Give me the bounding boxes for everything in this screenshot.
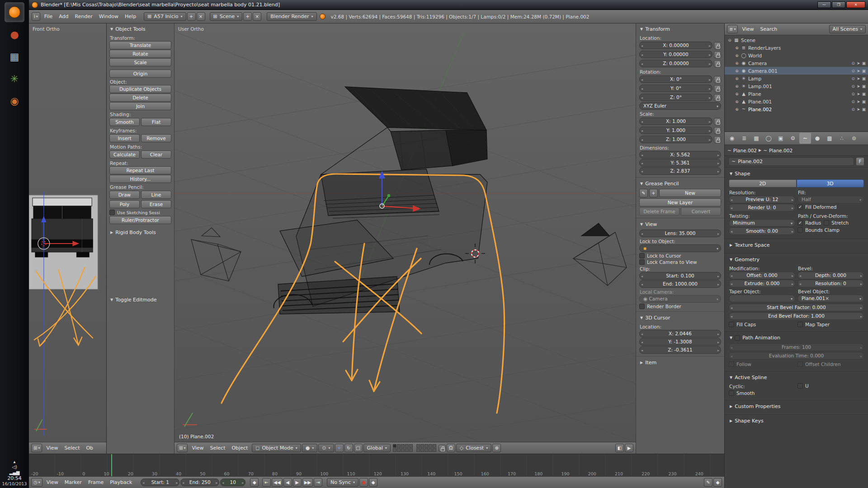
panel-open-icon[interactable]: ▼ <box>640 27 643 31</box>
menu-item[interactable]: Object <box>228 445 251 451</box>
path-frames-field[interactable]: Frames: 100 <box>729 343 864 351</box>
current-frame-field[interactable]: 10 <box>220 479 245 486</box>
titlebar[interactable]: Blender* [E:\Mis Cosas\Trabajo\Blender\s… <box>29 0 868 10</box>
lens-field[interactable]: Lens: 35.000 <box>639 230 721 237</box>
cursor-location-field[interactable]: Y: -1.3008 <box>639 338 721 346</box>
collapse-icon[interactable]: ⊖ <box>727 38 732 42</box>
scale-button[interactable]: Scale <box>109 58 171 66</box>
dimension-field[interactable]: Y: 5.361 <box>639 159 721 167</box>
lock-icon[interactable] <box>714 51 721 58</box>
curve-2d-toggle[interactable]: 2D <box>729 179 797 188</box>
cyclic-u-checkbox[interactable]: U <box>797 383 864 389</box>
auto-keyframe-record-toggle[interactable]: ● <box>359 478 368 487</box>
panel-closed-icon[interactable]: ▶ <box>110 230 113 235</box>
selectable-arrow-icon[interactable]: ➤ <box>857 99 860 104</box>
outliner-row[interactable]: ⊕ ◉ Camera ⊙ ➤ ▣ <box>725 59 868 67</box>
selectable-arrow-icon[interactable]: ➤ <box>857 84 860 89</box>
visibility-eye-icon[interactable]: ⊙ <box>851 99 855 104</box>
keying-options-icon[interactable]: ◆ <box>369 478 377 487</box>
properties-tab[interactable]: ● <box>811 133 823 144</box>
lock-icon[interactable] <box>714 118 721 125</box>
taskbar-app-icon[interactable]: ▦ <box>5 47 24 66</box>
gp-pencil-icon-button[interactable]: ✎ <box>639 189 648 197</box>
outliner-row[interactable]: ⊕ ▲ Plane.001 ⊙ ➤ ▣ <box>725 98 868 105</box>
insert-keyframe-button[interactable]: Insert <box>109 134 140 142</box>
gp-erase-button[interactable]: Erase <box>141 200 171 208</box>
opengl-render-still-button[interactable]: ◧ <box>615 444 624 452</box>
playback-button[interactable]: ◀◀ <box>272 478 282 487</box>
tray-clock[interactable]: 20:54 <box>0 475 29 481</box>
close-button[interactable]: ✕ <box>846 1 865 8</box>
delete-button[interactable]: Delete <box>109 94 171 102</box>
expand-icon[interactable]: ⊕ <box>735 92 739 96</box>
timeline-editor[interactable]: -20-100102030405060708090100110120130140… <box>29 454 724 488</box>
panel-open-icon[interactable]: ▼ <box>730 172 732 176</box>
dimension-field[interactable]: Z: 2.837 <box>639 167 721 175</box>
visibility-eye-icon[interactable]: ⊙ <box>851 69 855 73</box>
ruler-protractor-button[interactable]: Ruler/Protractor <box>109 216 171 224</box>
gp-delete-frame-button[interactable]: Delete Frame <box>639 207 679 216</box>
remove-keyframe-button[interactable]: Remove <box>141 134 171 142</box>
opengl-render-anim-button[interactable]: ▶ <box>625 444 633 452</box>
stretch-checkbox[interactable]: Stretch <box>824 220 849 225</box>
3d-viewport[interactable]: User Ortho (10) Plane.002 <box>175 23 636 454</box>
properties-tab[interactable]: ~ <box>799 133 811 144</box>
transform-orientation-selector[interactable]: Global <box>363 444 391 452</box>
outliner-editor[interactable]: ≣▾ ViewSearch All Scenes ⊖ ▦ Scene ⊕ ≣ R… <box>725 23 868 132</box>
pencil-icon[interactable]: ✎ <box>704 478 712 487</box>
outliner-row[interactable]: ⊕ ☀ Lamp ⊙ ➤ ▣ <box>725 75 868 82</box>
expand-icon[interactable]: ⊕ <box>735 69 739 73</box>
mode-selector[interactable]: ◻Object Mode <box>252 444 301 452</box>
gp-new-layer-button[interactable]: New Layer <box>639 198 721 206</box>
delete-scene-button[interactable]: × <box>253 12 261 21</box>
camera-object[interactable] <box>573 223 627 286</box>
expand-icon[interactable]: ⊕ <box>735 76 739 81</box>
scene-name[interactable]: Scene <box>741 38 755 43</box>
selectable-arrow-icon[interactable]: ➤ <box>857 61 860 66</box>
render-restrict-icon[interactable]: ▣ <box>862 69 866 73</box>
selectable-arrow-icon[interactable]: ➤ <box>857 76 860 81</box>
expand-icon[interactable]: ⊕ <box>735 61 739 66</box>
outliner-scene-row[interactable]: ⊖ ▦ Scene <box>725 36 868 44</box>
panel-open-icon[interactable]: ▼ <box>640 182 643 186</box>
editor-type-button[interactable]: ⊞▾ <box>31 444 42 452</box>
editor-type-button[interactable]: ⊞▾ <box>177 444 188 452</box>
menu-item[interactable]: Render <box>72 14 96 19</box>
object-name[interactable]: Plane.001 <box>748 99 772 104</box>
evaluation-time-field[interactable]: Evaluation Time: 0.000 <box>729 352 864 360</box>
twist-smooth-field[interactable]: Smooth: 0.00 <box>729 227 795 235</box>
cursor-location-field[interactable]: X: 2.0446 <box>639 330 721 338</box>
properties-tab[interactable]: ◉ <box>726 133 738 144</box>
menu-item[interactable]: Window <box>96 14 122 19</box>
rotation-mode-selector[interactable]: XYZ Euler <box>639 102 721 110</box>
curve-3d-toggle[interactable]: 3D <box>797 179 864 188</box>
key-icon[interactable]: ◆ <box>713 478 722 487</box>
panel-closed-icon[interactable]: ▶ <box>730 404 732 408</box>
lock-icon[interactable] <box>714 94 721 101</box>
calculate-paths-button[interactable]: Calculate <box>109 150 140 159</box>
visibility-eye-icon[interactable]: ⊙ <box>851 76 855 81</box>
bevel-depth-field[interactable]: Depth: 0.000 <box>797 272 864 279</box>
sync-mode-selector[interactable]: No Sync <box>327 478 359 487</box>
expand-icon[interactable]: ⊕ <box>735 107 739 112</box>
repeat-last-button[interactable]: Repeat Last <box>109 166 171 174</box>
visibility-eye-icon[interactable]: ⊙ <box>851 107 855 112</box>
render-engine-selector[interactable]: Blender Render <box>267 12 316 21</box>
scale-field[interactable]: Z: 1.000 <box>639 136 712 143</box>
translate-button[interactable]: Translate <box>109 41 171 49</box>
viewport-canvas[interactable]: Front Ortho <box>29 23 106 442</box>
snap-magnet-toggle[interactable]: Ω <box>447 444 455 452</box>
playback-button[interactable]: ⇥ <box>314 478 322 487</box>
frame-start-field[interactable]: Start: 1 <box>141 479 179 486</box>
outliner-row[interactable]: ⊕ ◉ Camera.001 ⊙ ➤ ▣ <box>725 67 868 75</box>
render-u-field[interactable]: Render U: 0 <box>729 204 795 211</box>
smooth-button[interactable]: Smooth <box>109 118 140 126</box>
tray-date[interactable]: 16/10/2013 <box>0 481 29 486</box>
history-button[interactable]: History... <box>109 175 171 183</box>
outliner-row[interactable]: ⊕ ≣ RenderLayers ⊙ ➤ ▣ <box>725 44 868 52</box>
lock-to-cursor-checkbox[interactable]: Lock to Cursor <box>639 253 721 258</box>
properties-tab[interactable]: ▣ <box>775 133 787 144</box>
gp-draw-button[interactable]: Draw <box>109 191 140 199</box>
manipulator-translate-toggle[interactable]: + <box>335 444 344 452</box>
layers-grid[interactable] <box>393 444 413 452</box>
